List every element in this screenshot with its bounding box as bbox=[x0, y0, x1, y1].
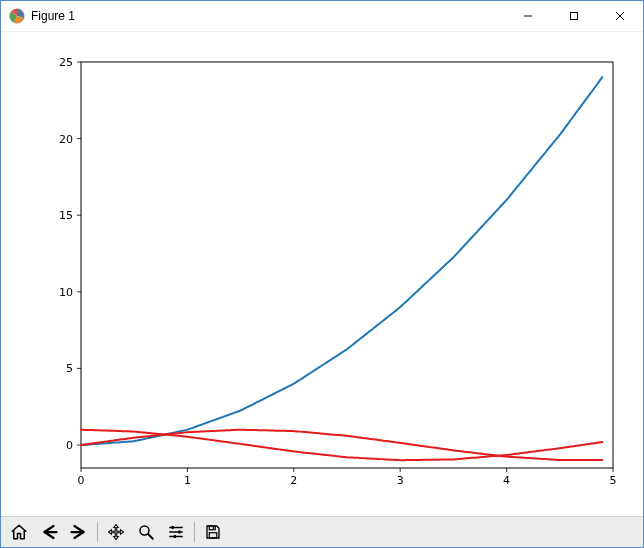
nav-toolbar bbox=[1, 516, 643, 547]
zoom-icon bbox=[137, 523, 155, 541]
window-title: Figure 1 bbox=[31, 9, 505, 23]
close-button[interactable] bbox=[597, 1, 643, 31]
matplotlib-app-icon bbox=[9, 8, 25, 24]
plot-svg: 0123450510152025 bbox=[1, 32, 643, 516]
y-tick-label: 0 bbox=[66, 439, 73, 452]
pan-icon bbox=[107, 523, 125, 541]
forward-icon bbox=[70, 523, 88, 541]
svg-rect-13 bbox=[209, 526, 215, 530]
svg-rect-14 bbox=[209, 533, 217, 538]
plot-canvas[interactable]: 0123450510152025 bbox=[1, 32, 643, 516]
configure-subplots-button[interactable] bbox=[162, 519, 190, 545]
x-tick-label: 0 bbox=[78, 474, 85, 487]
zoom-button[interactable] bbox=[132, 519, 160, 545]
x-tick-label: 2 bbox=[290, 474, 297, 487]
minimize-icon bbox=[523, 11, 533, 21]
save-icon bbox=[204, 523, 222, 541]
x-tick-label: 4 bbox=[503, 474, 510, 487]
x-tick-label: 1 bbox=[184, 474, 191, 487]
series-cos(x) bbox=[81, 430, 602, 460]
back-button[interactable] bbox=[35, 519, 63, 545]
toolbar-separator bbox=[194, 522, 195, 542]
pan-button[interactable] bbox=[102, 519, 130, 545]
maximize-button[interactable] bbox=[551, 1, 597, 31]
save-button[interactable] bbox=[199, 519, 227, 545]
x-tick-label: 5 bbox=[610, 474, 617, 487]
y-tick-label: 15 bbox=[59, 209, 73, 222]
svg-line-6 bbox=[148, 534, 153, 539]
titlebar: Figure 1 bbox=[1, 1, 643, 32]
y-tick-label: 5 bbox=[66, 362, 73, 375]
home-button[interactable] bbox=[5, 519, 33, 545]
forward-button[interactable] bbox=[65, 519, 93, 545]
minimize-button[interactable] bbox=[505, 1, 551, 31]
close-icon bbox=[615, 11, 625, 21]
toolbar-separator bbox=[97, 522, 98, 542]
axes-frame bbox=[81, 62, 613, 468]
svg-rect-12 bbox=[174, 535, 176, 538]
window-buttons bbox=[505, 1, 643, 31]
svg-rect-2 bbox=[571, 13, 578, 20]
svg-rect-11 bbox=[178, 531, 180, 534]
back-icon bbox=[40, 523, 58, 541]
figure-window: Figure 1 0123450510152025 bbox=[0, 0, 644, 548]
configure-icon bbox=[167, 523, 185, 541]
series-x^2 bbox=[81, 77, 602, 445]
y-tick-label: 25 bbox=[59, 56, 73, 69]
home-icon bbox=[10, 523, 28, 541]
y-tick-label: 20 bbox=[59, 133, 73, 146]
y-tick-label: 10 bbox=[59, 286, 73, 299]
svg-rect-10 bbox=[172, 526, 174, 529]
maximize-icon bbox=[569, 11, 579, 21]
x-tick-label: 3 bbox=[397, 474, 404, 487]
